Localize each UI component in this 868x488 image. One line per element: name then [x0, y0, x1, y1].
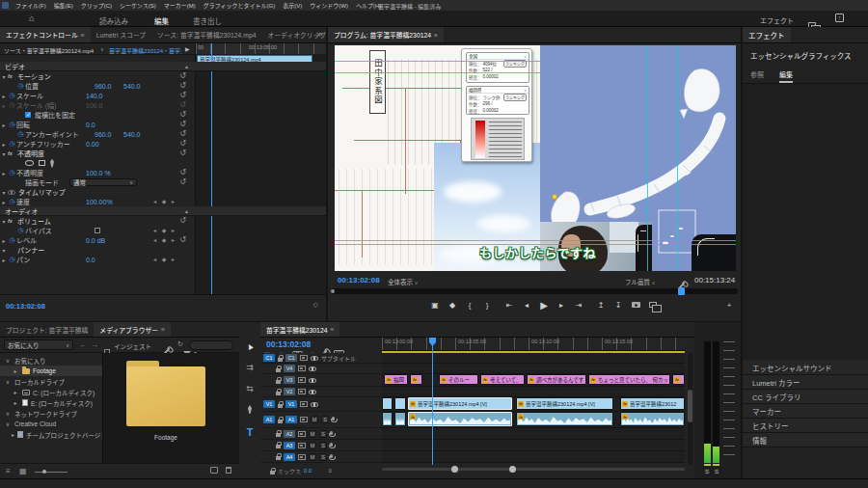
- track-content-v4[interactable]: [382, 364, 685, 374]
- tree-network-drives[interactable]: ∨ネットワークドライブ: [0, 408, 102, 419]
- fx-toggle-icon[interactable]: fx: [8, 218, 17, 224]
- ellipse-mask-icon[interactable]: [25, 160, 34, 166]
- reset-icon[interactable]: ↺: [179, 216, 186, 226]
- ec-video-header[interactable]: ビデオ ▲: [0, 62, 326, 71]
- sync-lock-icon[interactable]: [300, 355, 308, 361]
- sync-lock-icon[interactable]: [298, 431, 306, 437]
- opacity-value[interactable]: 100.0 %: [86, 170, 111, 176]
- extract-icon[interactable]: ↧: [610, 298, 626, 312]
- eye-icon[interactable]: [8, 190, 15, 195]
- panel-menu-icon[interactable]: ≡: [330, 326, 334, 333]
- audio-clip[interactable]: [382, 412, 393, 426]
- icon-view-icon[interactable]: ▦: [19, 467, 27, 475]
- video-clip[interactable]: [394, 397, 406, 410]
- audio-clip[interactable]: [394, 412, 406, 426]
- track-output-eye-icon[interactable]: [309, 378, 316, 383]
- graphic-clip[interactable]: fx そのルー: [439, 374, 478, 385]
- ec-row-opacity-section[interactable]: ▾fx 不透明度 ↺: [0, 149, 326, 158]
- track-content-c1[interactable]: [382, 353, 685, 364]
- voiceover-mic-icon[interactable]: [330, 431, 333, 435]
- back-icon[interactable]: ←: [79, 340, 87, 349]
- export-frame-icon[interactable]: [628, 298, 643, 312]
- reset-icon[interactable]: ↺: [179, 91, 186, 100]
- graphic-clip[interactable]: fx 調べ方があるんです: [527, 374, 586, 385]
- video-clip[interactable]: [382, 397, 393, 410]
- reset-icon[interactable]: ↺: [179, 129, 186, 139]
- pen-tool[interactable]: [239, 405, 260, 416]
- track-chip-v3[interactable]: V3: [284, 376, 295, 384]
- graphic-clip[interactable]: fx: [410, 374, 422, 385]
- position-y-value[interactable]: 540.0: [123, 83, 141, 90]
- fx-toggle-icon[interactable]: fx: [8, 73, 17, 79]
- voiceover-mic-icon[interactable]: [330, 454, 333, 458]
- video-clip[interactable]: fx 苗字温平勝構230124.mp4 [V]: [516, 397, 613, 410]
- new-bin-icon[interactable]: [210, 467, 218, 474]
- stopwatch-icon[interactable]: ◷: [8, 169, 16, 176]
- ripple-edit-tool[interactable]: ⇆: [239, 384, 260, 393]
- track-chip-a4[interactable]: A4: [284, 453, 295, 461]
- track-content-a4[interactable]: [382, 451, 685, 463]
- collapse-icon[interactable]: ▲: [184, 208, 189, 214]
- stopwatch-icon[interactable]: ◷: [8, 92, 16, 99]
- tab-import[interactable]: 読み込み: [99, 15, 128, 26]
- caption-source-chip[interactable]: C1: [263, 354, 275, 362]
- panel-menu-icon[interactable]: ≡: [81, 32, 85, 39]
- step-forward-icon[interactable]: ▸: [554, 298, 569, 312]
- graphic-clip[interactable]: fx 考えていて、: [480, 374, 525, 385]
- timeline-h-scrollbar[interactable]: [382, 468, 685, 471]
- button-editor-icon[interactable]: +: [721, 298, 737, 312]
- sync-lock-icon[interactable]: [298, 366, 306, 371]
- panel-menu-icon[interactable]: ≡: [161, 326, 165, 333]
- quality-select[interactable]: フル画質 ∨: [625, 277, 655, 286]
- caption-track-chip[interactable]: C1: [285, 354, 297, 362]
- menu-sequence[interactable]: シーケンス(S): [116, 1, 160, 10]
- comparison-view-icon[interactable]: [645, 298, 661, 312]
- play-icon[interactable]: ▶: [536, 298, 552, 312]
- track-output-eye-icon[interactable]: [311, 402, 318, 407]
- sync-lock-icon[interactable]: [298, 377, 306, 383]
- mute-button[interactable]: M: [311, 416, 318, 423]
- chevron-down-icon[interactable]: ∨: [100, 46, 104, 52]
- lock-icon[interactable]: [276, 368, 281, 372]
- stopwatch-icon[interactable]: ◷: [16, 227, 25, 234]
- panel-info[interactable]: 情報: [743, 433, 868, 447]
- mute-button[interactable]: M: [309, 430, 316, 438]
- tree-drive-e[interactable]: ▸ E: (ローカルディスク): [0, 397, 102, 408]
- rect-mask-icon[interactable]: [39, 160, 45, 166]
- track-chip-a1[interactable]: A1: [285, 416, 297, 423]
- track-output-eye-icon[interactable]: [309, 366, 316, 371]
- scrubber-handle-left[interactable]: [331, 289, 335, 293]
- favorites-select[interactable]: お気に入り ∨: [4, 339, 73, 350]
- ec-row-timeremap[interactable]: ▾ タイムリマップ: [0, 187, 326, 197]
- track-chip-a2[interactable]: A2: [284, 430, 295, 438]
- home-icon[interactable]: ⌂: [29, 14, 34, 23]
- anchor-y-value[interactable]: 540.0: [123, 131, 141, 138]
- list-view-icon[interactable]: ≡: [6, 467, 11, 475]
- twirl-icon[interactable]: ▸: [0, 93, 8, 99]
- lock-icon[interactable]: [276, 380, 281, 384]
- tab-egp-browse[interactable]: 参照: [750, 69, 764, 79]
- next-keyframe-icon[interactable]: ▶: [185, 45, 190, 52]
- tab-sequence[interactable]: 苗字温平勝構230124≡: [260, 322, 339, 337]
- reset-icon[interactable]: ↺: [179, 139, 186, 149]
- tree-favorites[interactable]: ∨お気に入り: [0, 355, 102, 366]
- graphic-clip[interactable]: fx ちょっと見ていたら、 何カッ: [588, 374, 670, 385]
- reset-icon[interactable]: ↺: [179, 81, 186, 91]
- sync-lock-icon[interactable]: [298, 443, 306, 448]
- lock-icon[interactable]: [276, 433, 281, 437]
- lock-icon[interactable]: [276, 392, 281, 395]
- track-output-eye-icon[interactable]: [309, 390, 316, 394]
- sync-lock-icon[interactable]: [298, 454, 306, 460]
- keyframe-nav-icons[interactable]: ◂ ◆ ▸: [153, 255, 176, 264]
- voiceover-mic-icon[interactable]: [330, 443, 333, 447]
- menu-graphics[interactable]: グラフィックとタイトル(G): [200, 1, 280, 10]
- twirl-icon[interactable]: ▸: [0, 199, 8, 205]
- stopwatch-icon[interactable]: ◷: [8, 236, 16, 244]
- forward-icon[interactable]: →: [91, 340, 98, 349]
- sequence-clip-ref[interactable]: 苗字温平勝構230124・苗字温平勝...: [109, 46, 181, 55]
- solo-left-button[interactable]: S: [703, 468, 711, 475]
- fx-toggle-icon[interactable]: fx: [8, 150, 17, 156]
- source-patch-v1[interactable]: V1: [263, 400, 275, 408]
- panel-markers[interactable]: マーカー: [743, 404, 868, 419]
- uniform-scale-checkbox[interactable]: [25, 112, 31, 118]
